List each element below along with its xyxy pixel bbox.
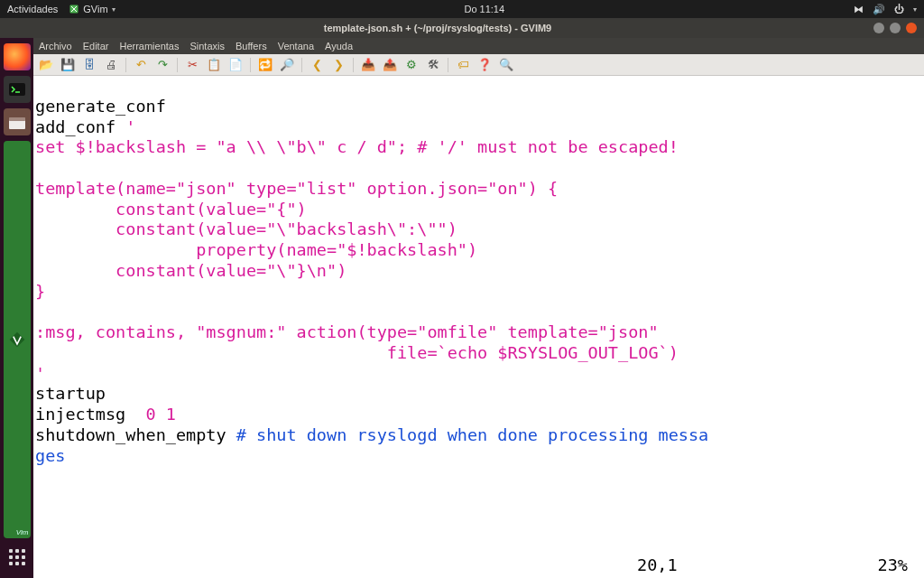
code-line: # shut down rsyslogd when done processin… — [236, 425, 708, 444]
code-line: ges — [35, 446, 65, 465]
tb-paste-icon[interactable]: 📄 — [228, 58, 243, 72]
tb-sep-3 — [250, 58, 251, 72]
files-icon — [9, 115, 25, 129]
vim-ruler: 20,1 23% — [33, 555, 924, 576]
window-title: template-json.sh + (~/proj/rsyslog/tests… — [7, 23, 868, 33]
tb-sep-5 — [353, 58, 354, 72]
dock — [0, 38, 33, 578]
tb-tags-icon[interactable]: 🏷 — [456, 58, 470, 72]
app-menu[interactable]: GVim ▾ — [69, 4, 115, 14]
tb-sep-6 — [448, 58, 448, 72]
code-line: property(name="$!backslash") — [35, 240, 477, 259]
tb-make-icon[interactable]: 🛠 — [426, 58, 440, 72]
menubar: Archivo Editar Herramientas Sintaxis Buf… — [33, 38, 924, 54]
dock-item-apps[interactable] — [4, 544, 31, 571]
tb-help-icon[interactable]: ❓ — [477, 58, 492, 72]
tb-find-replace-icon[interactable]: 🔁 — [258, 58, 273, 72]
app-menu-label: GVim — [83, 4, 107, 14]
svg-rect-5 — [9, 117, 25, 121]
code-line: injectmsg — [35, 405, 146, 424]
code-line: template(name="json" type="list" option.… — [35, 179, 558, 198]
tb-sep-4 — [301, 58, 302, 72]
code-line: constant(value="\"}\n") — [35, 261, 346, 280]
tb-copy-icon[interactable]: 📋 — [207, 58, 221, 72]
system-menu-chevron-icon: ▾ — [913, 5, 917, 14]
tb-prev-icon[interactable]: ❮ — [310, 58, 324, 72]
window-minimize-button[interactable] — [873, 23, 884, 33]
volume-icon[interactable]: 🔊 — [873, 4, 885, 15]
code-line: 0 1 — [146, 405, 176, 424]
ruler-position: 20,1 — [637, 555, 836, 576]
tb-find-icon[interactable]: 🔍 — [499, 58, 513, 72]
tb-undo-icon[interactable]: ↶ — [134, 58, 148, 72]
power-icon[interactable]: ⏻ — [894, 4, 904, 14]
code-line: shutdown_when_empty — [35, 425, 236, 444]
gvim-menu-icon — [69, 4, 79, 14]
tb-next-icon[interactable]: ❯ — [331, 58, 346, 72]
window-titlebar[interactable]: template-json.sh + (~/proj/rsyslog/tests… — [0, 18, 924, 38]
tb-session-save-icon[interactable]: 📤 — [383, 58, 397, 72]
tb-sep — [125, 58, 126, 72]
menu-buffers[interactable]: Buffers — [236, 41, 267, 51]
window-maximize-button[interactable] — [890, 23, 901, 33]
terminal-icon — [9, 83, 25, 96]
window-close-button[interactable] — [906, 23, 917, 33]
code-line: startup — [35, 384, 106, 403]
gvim-icon — [8, 331, 26, 349]
svg-rect-4 — [9, 120, 25, 129]
dock-item-gvim[interactable] — [4, 141, 31, 538]
activities-button[interactable]: Actividades — [7, 4, 58, 14]
tb-cut-icon[interactable]: ✂ — [185, 58, 199, 72]
tb-sep-2 — [177, 58, 178, 72]
code-line: constant(value="\"backslash\":\"") — [35, 219, 457, 238]
dock-item-firefox[interactable] — [4, 43, 31, 70]
menu-herramientas[interactable]: Herramientas — [119, 41, 179, 51]
tb-print-icon[interactable]: 🖨 — [104, 58, 118, 72]
code-line: add_conf — [35, 117, 125, 136]
code-line: } — [35, 282, 45, 301]
editor-area[interactable]: generate_conf add_conf ' set $!backslash… — [33, 76, 924, 578]
menu-ventana[interactable]: Ventana — [278, 41, 314, 51]
toolbar: 📂 💾 🗄 🖨 ↶ ↷ ✂ 📋 📄 🔁 🔎 ❮ ❯ 📥 📤 ⚙ 🛠 🏷 ❓ — [33, 54, 924, 76]
gnome-top-bar: Actividades GVim ▾ Do 11:14 ⧓ 🔊 ⏻ ▾ — [0, 0, 924, 18]
menu-sintaxis[interactable]: Sintaxis — [189, 41, 225, 51]
tb-session-load-icon[interactable]: 📥 — [361, 58, 375, 72]
svg-rect-1 — [9, 83, 25, 96]
tb-open-icon[interactable]: 📂 — [39, 58, 53, 72]
ruler-percent: 23% — [836, 555, 908, 576]
menu-archivo[interactable]: Archivo — [39, 41, 72, 51]
code-line: file=`echo $RSYSLOG_OUT_LOG`) — [35, 343, 679, 362]
code-line: constant(value="{") — [35, 200, 307, 219]
tb-find-next-icon[interactable]: 🔎 — [280, 58, 294, 72]
tb-redo-icon[interactable]: ↷ — [155, 58, 170, 72]
code-line: :msg, contains, "msgnum:" action(type="o… — [35, 322, 659, 341]
tb-run-icon[interactable]: ⚙ — [404, 58, 419, 72]
apps-grid-icon — [9, 549, 25, 565]
code-line: ' — [125, 117, 135, 136]
network-icon[interactable]: ⧓ — [854, 4, 864, 15]
tb-save-icon[interactable]: 💾 — [60, 58, 75, 72]
menu-editar[interactable]: Editar — [83, 41, 109, 51]
gvim-window: Archivo Editar Herramientas Sintaxis Buf… — [33, 38, 924, 578]
code-line: ' — [35, 364, 45, 383]
dock-item-terminal[interactable] — [4, 76, 31, 103]
menu-ayuda[interactable]: Ayuda — [325, 41, 353, 51]
code-line: set $!backslash = "a \\ \"b\" c / d"; # … — [35, 137, 679, 156]
dock-item-files[interactable] — [4, 108, 31, 135]
code-line: generate_conf — [35, 97, 166, 116]
chevron-down-icon: ▾ — [112, 5, 116, 14]
clock[interactable]: Do 11:14 — [116, 4, 854, 14]
tb-saveall-icon[interactable]: 🗄 — [82, 58, 97, 72]
